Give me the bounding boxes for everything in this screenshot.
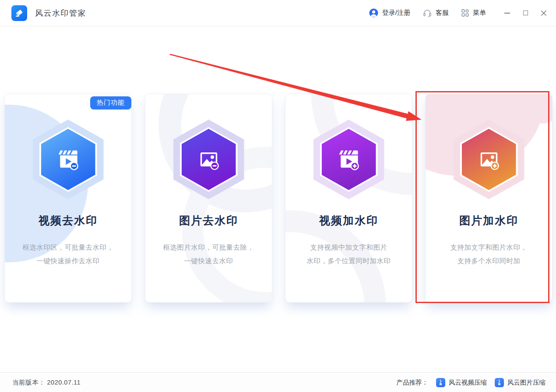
card-image-remove-watermark[interactable]: 图片去水印 框选图片水印，可批量去除， 一键快速去水印 — [145, 94, 272, 303]
card-desc-line1: 支持视频中加文字和图片 — [310, 244, 387, 251]
video-add-watermark-icon — [313, 120, 384, 199]
version-label: 当前版本： — [12, 379, 45, 386]
app-logo-icon — [11, 5, 27, 21]
card-desc-line1: 支持加文字和图片水印， — [450, 244, 528, 251]
close-button[interactable] — [540, 10, 547, 17]
card-title: 图片加水印 — [426, 213, 552, 228]
card-image-add-watermark[interactable]: 图片加水印 支持加文字和图片水印， 支持多个水印同时加 — [425, 94, 552, 303]
login-label: 登录/注册 — [382, 9, 410, 17]
recommend-label: 产品推荐： — [397, 378, 429, 387]
support-button[interactable]: 客服 — [422, 8, 449, 18]
version-info: 当前版本： 2020.07.11 — [12, 378, 81, 387]
card-desc-line2: 水印，多个位置同时加水印 — [307, 257, 391, 265]
card-title: 视频去水印 — [5, 213, 131, 228]
card-description: 支持加文字和图片水印， 支持多个水印同时加 — [426, 240, 552, 268]
app-title: 风云水印管家 — [35, 8, 86, 18]
product-name: 风云图片压缩 — [507, 378, 545, 387]
card-description: 框选水印区，可批量去水印， 一键快速操作去水印 — [5, 240, 131, 268]
maximize-button[interactable] — [522, 10, 529, 17]
card-description: 框选图片水印，可批量去除， 一键快速去水印 — [145, 240, 272, 268]
grid-menu-icon — [461, 9, 469, 17]
headset-icon — [422, 8, 432, 18]
main-area: 热门功能 视频去水印 框选水印区，可批量去水印， 一键快速操作去水印 — [0, 27, 556, 372]
user-avatar-icon — [369, 8, 379, 18]
product-link-image-compress[interactable]: 风云图片压缩 — [495, 378, 545, 387]
video-remove-watermark-icon — [33, 120, 104, 199]
card-video-remove-watermark[interactable]: 热门功能 视频去水印 框选水印区，可批量去水印， 一键快速操作去水印 — [4, 94, 132, 303]
product-name: 风云视频压缩 — [449, 378, 487, 387]
image-add-watermark-icon — [454, 120, 524, 199]
card-description: 支持视频中加文字和图片 水印，多个位置同时加水印 — [285, 240, 412, 268]
zip-compress-icon — [495, 378, 504, 387]
menu-label: 菜单 — [473, 9, 486, 17]
card-title: 视频加水印 — [285, 213, 412, 228]
titlebar: 风云水印管家 登录/注册 客服 — [0, 0, 556, 26]
app-brand: 风云水印管家 — [11, 5, 86, 21]
titlebar-actions: 登录/注册 客服 菜单 — [369, 8, 547, 18]
minimize-button[interactable] — [503, 10, 510, 17]
version-value: 2020.07.11 — [47, 379, 81, 386]
product-link-video-compress[interactable]: 风云视频压缩 — [436, 378, 487, 387]
product-recommendations: 产品推荐： 风云视频压缩 风云图片压缩 — [397, 378, 546, 387]
card-desc-line1: 框选水印区，可批量去水印， — [23, 244, 114, 251]
menu-button[interactable]: 菜单 — [461, 9, 486, 17]
support-label: 客服 — [436, 9, 449, 17]
statusbar: 当前版本： 2020.07.11 产品推荐： 风云视频压缩 — [0, 372, 556, 392]
hot-feature-badge: 热门功能 — [90, 96, 131, 109]
card-title: 图片去水印 — [145, 213, 272, 228]
zip-compress-icon — [436, 378, 445, 387]
card-desc-line2: 一键快速操作去水印 — [37, 257, 100, 265]
card-desc-line2: 支持多个水印同时加 — [457, 257, 521, 265]
window-controls — [503, 10, 547, 17]
card-desc-line1: 框选图片水印，可批量去除， — [163, 244, 254, 251]
card-video-add-watermark[interactable]: 视频加水印 支持视频中加文字和图片 水印，多个位置同时加水印 — [285, 94, 412, 303]
login-register-button[interactable]: 登录/注册 — [369, 8, 410, 18]
image-remove-watermark-icon — [173, 120, 244, 199]
card-desc-line2: 一键快速去水印 — [184, 257, 233, 265]
